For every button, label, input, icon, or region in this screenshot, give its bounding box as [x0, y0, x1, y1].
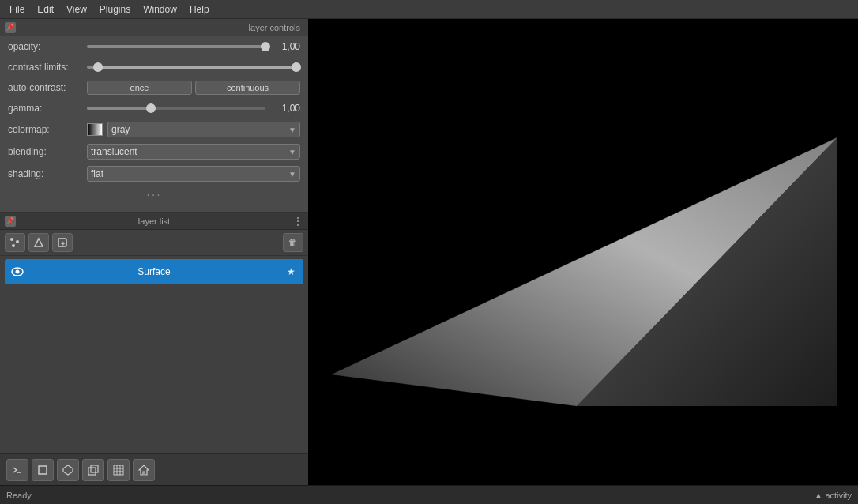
opacity-label: opacity:: [8, 41, 87, 52]
viewport-canvas: [308, 19, 858, 485]
colormap-label: colormap:: [8, 124, 87, 135]
colormap-swatch: [87, 123, 103, 136]
opacity-slider[interactable]: [87, 40, 265, 53]
contrast-limits-slider[interactable]: [87, 61, 300, 73]
svg-rect-17: [114, 465, 123, 475]
blending-value: translucent: [91, 146, 137, 157]
auto-contrast-label: auto-contrast:: [8, 82, 87, 93]
activity-text: ▲ activity: [814, 491, 852, 500]
blending-label: blending:: [8, 146, 87, 157]
delete-layer-button[interactable]: 🗑: [283, 233, 303, 252]
console-button[interactable]: [6, 459, 28, 481]
statusbar: Ready ▲ activity: [0, 485, 858, 504]
menu-view[interactable]: View: [60, 2, 93, 17]
overlay-button[interactable]: [82, 459, 104, 481]
points-tool-button[interactable]: [5, 233, 25, 252]
svg-point-1: [16, 240, 19, 243]
grid-view-button[interactable]: [57, 459, 79, 481]
layer-item[interactable]: Surface ★: [5, 259, 303, 284]
panel-dots: ···: [0, 185, 308, 205]
shapes-tool-button[interactable]: [28, 233, 49, 252]
svg-point-0: [10, 238, 13, 241]
blending-arrow-icon: ▼: [288, 148, 296, 156]
contrast-limits-label: contrast limits:: [8, 62, 87, 73]
svg-marker-10: [63, 465, 73, 475]
layer-visibility-icon[interactable]: [9, 264, 25, 280]
left-panel: 📌 layer controls opacity: 1,00 contrast …: [0, 19, 308, 485]
bottom-toolbar: [0, 453, 308, 485]
layer-list-title: layer list: [138, 216, 170, 226]
menu-file[interactable]: File: [3, 2, 31, 17]
colormap-dropdown[interactable]: gray ▼: [107, 122, 300, 137]
once-button[interactable]: once: [87, 81, 192, 95]
labels-tool-button[interactable]: ◈: [52, 233, 73, 252]
ndisplay-button[interactable]: [32, 459, 54, 481]
svg-point-7: [16, 270, 20, 274]
menu-plugins[interactable]: Plugins: [93, 2, 137, 17]
shading-value: flat: [91, 168, 103, 179]
pin-icon[interactable]: 📌: [5, 22, 16, 33]
svg-point-2: [12, 244, 15, 247]
opacity-value: 1,00: [269, 41, 300, 52]
auto-contrast-buttons: once continuous: [87, 81, 300, 95]
gamma-slider[interactable]: [87, 102, 265, 115]
layer-list-header-left: 📌: [5, 216, 16, 227]
continuous-button[interactable]: continuous: [195, 81, 300, 95]
svg-marker-3: [35, 239, 43, 246]
layer-list-pin-icon[interactable]: 📌: [5, 216, 16, 227]
opacity-row: opacity: 1,00: [0, 36, 308, 57]
shading-label: shading:: [8, 168, 87, 179]
colormap-dropdown-container: gray ▼: [87, 122, 300, 137]
shading-arrow-icon: ▼: [288, 170, 296, 179]
menu-window[interactable]: Window: [137, 2, 183, 17]
layer-list-header: 📌 layer list ⋮: [0, 213, 308, 230]
svg-text:◈: ◈: [61, 240, 66, 246]
layer-list-menu-icon[interactable]: ⋮: [292, 215, 303, 228]
main-area: 📌 layer controls opacity: 1,00 contrast …: [0, 19, 858, 485]
gamma-label: gamma:: [8, 103, 87, 114]
layer-list-toolbar: ◈ 🗑: [0, 230, 308, 256]
gamma-value: 1,00: [269, 103, 300, 114]
status-text: Ready: [6, 491, 32, 500]
colormap-value: gray: [111, 124, 130, 135]
layer-star-icon[interactable]: ★: [283, 264, 299, 280]
svg-marker-18: [139, 465, 149, 475]
menubar: File Edit View Plugins Window Help: [0, 0, 858, 19]
colormap-arrow-icon: ▼: [288, 126, 296, 134]
canvas-area[interactable]: [308, 19, 858, 485]
gamma-row: gamma: 1,00: [0, 98, 308, 118]
contrast-limits-row: contrast limits:: [0, 57, 308, 77]
auto-contrast-row: auto-contrast: once continuous: [0, 77, 308, 98]
layer-controls-header: 📌 layer controls: [0, 19, 308, 36]
menu-help[interactable]: Help: [183, 2, 216, 17]
menu-edit[interactable]: Edit: [31, 2, 60, 17]
shading-row: shading: flat ▼: [0, 163, 308, 185]
blending-row: blending: translucent ▼: [0, 141, 308, 163]
layer-name: Surface: [30, 266, 278, 277]
shading-dropdown[interactable]: flat ▼: [87, 166, 300, 182]
colormap-row: colormap: gray ▼: [0, 118, 308, 141]
svg-rect-11: [88, 468, 96, 475]
blending-dropdown[interactable]: translucent ▼: [87, 144, 300, 160]
svg-rect-12: [91, 465, 98, 472]
layer-controls-panel: 📌 layer controls opacity: 1,00 contrast …: [0, 19, 308, 213]
grid-button[interactable]: [107, 459, 130, 481]
home-button[interactable]: [133, 459, 155, 481]
layer-list-panel: 📌 layer list ⋮: [0, 213, 308, 453]
layer-controls-title: layer controls: [249, 23, 300, 32]
svg-rect-9: [39, 466, 47, 474]
